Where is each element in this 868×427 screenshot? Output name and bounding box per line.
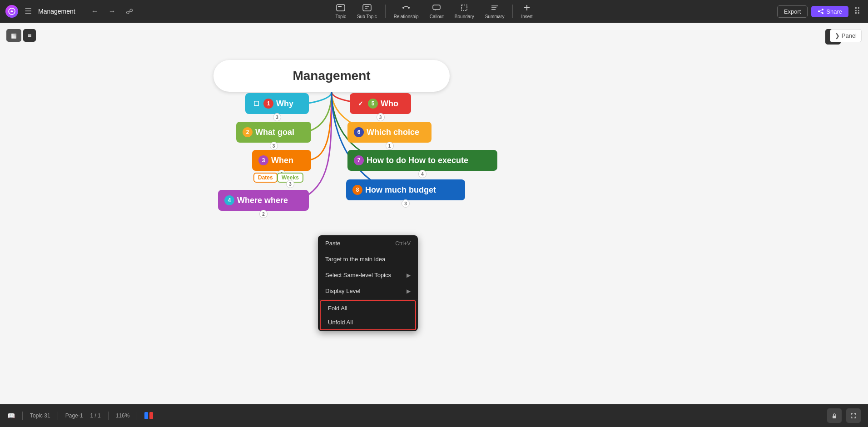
when-label: When [271,156,293,165]
which-child-count: 1 [386,142,394,150]
panel-toggle-label: Panel [842,32,857,39]
lock-icon [831,412,838,419]
toolbar-tools: Topic Sub Topic Relationship Callout Bo [331,2,537,21]
weeks-child-count: 3 [286,180,294,188]
topic-icon [336,4,345,13]
central-node-label: Management [293,69,370,83]
hamburger-button[interactable]: ☰ [23,5,34,18]
relationship-icon [402,4,411,13]
which-badge: 6 [354,127,364,137]
ctx-paste[interactable]: Paste Ctrl+V [318,235,418,251]
where-label: Where where [237,196,288,205]
grid-button[interactable]: ⠿ [852,4,863,19]
subtopic-label: Sub Topic [357,14,377,19]
ctx-paste-shortcut: Ctrl+V [395,240,411,247]
why-label: Why [276,99,293,109]
insert-icon [522,4,531,13]
node-what[interactable]: 2 What goal 3 [236,122,311,143]
who-label: Who [381,99,398,109]
app-logo [5,5,18,18]
svg-rect-3 [363,5,371,11]
node-when[interactable]: 3 When 3 [252,150,311,171]
ctx-display-level[interactable]: Display Level ▶ [318,283,418,299]
tool-summary[interactable]: Summary [481,2,509,21]
ctx-display-level-label: Display Level [325,288,360,294]
subtopic-icon [362,4,372,13]
ctx-same-level-arrow: ▶ [407,272,411,278]
tool-boundary[interactable]: Boundary [450,2,479,21]
fullscreen-icon [850,412,857,419]
why-child-count: 3 [273,113,281,121]
ctx-paste-label: Paste [325,240,340,247]
boundary-icon [460,4,469,13]
export-button[interactable]: Export [777,5,808,18]
tool-relationship[interactable]: Relationship [389,2,423,21]
tool-subtopic[interactable]: Sub Topic [352,2,382,21]
svg-point-7 [408,7,410,9]
lock-button[interactable] [827,408,842,423]
node-where[interactable]: 4 Where where 2 [218,190,309,211]
save-button[interactable]: ☍ [123,5,136,18]
page-info: 1 / 1 [90,412,100,419]
what-label: What goal [255,128,294,137]
grid-view-button[interactable]: ▦ [6,29,21,42]
status-divider4 [137,412,137,420]
node-budget[interactable]: 8 How much budget 3 [346,179,465,200]
ctx-unfold-all[interactable]: Unfold All [321,315,415,329]
undo-button[interactable]: ← [89,5,101,17]
node-why[interactable]: ☐ 1 Why 3 [245,93,309,114]
topic-count: Topic 31 [30,412,50,419]
ctx-display-level-arrow: ▶ [407,288,411,294]
status-divider3 [108,412,109,420]
fullscreen-button[interactable] [846,408,861,423]
where-child-count: 2 [259,210,268,218]
central-node[interactable]: Management [213,60,450,92]
topic-label: Topic [336,14,346,19]
where-badge: 4 [224,195,234,205]
share-button[interactable]: Share [811,6,848,17]
ctx-fold-all[interactable]: Fold All [321,301,415,315]
statusbar-right [827,408,861,423]
budget-badge: 8 [352,185,362,195]
tool-separator [385,5,386,18]
tool-callout[interactable]: Callout [425,2,448,21]
main-canvas[interactable]: ▦ ≡ ❯ Panel Management ☐ 1 [0,23,868,427]
book-button[interactable]: 📖 [7,412,15,419]
how-child-count: 4 [418,170,427,178]
node-which[interactable]: 6 Which choice 1 [347,122,432,143]
summary-icon [490,4,499,13]
tool-insert[interactable]: Insert [516,2,537,21]
what-badge: 2 [243,127,253,137]
panel-chevron-icon: ❯ [835,32,840,39]
zoom-level: 116% [116,412,130,419]
share-icon [818,8,824,15]
how-badge: 7 [354,155,364,165]
svg-rect-2 [338,6,342,7]
ctx-highlight-group: Fold All Unfold All [320,300,416,330]
who-child-count: 3 [377,113,385,121]
ctx-same-level-label: Select Same-level Topics [325,272,391,278]
svg-line-18 [819,11,823,13]
dates-label: Dates [258,174,273,181]
toolbar: ☰ Management ← → ☍ Topic Sub Topic Relat… [0,0,868,23]
status-divider2 [58,412,58,420]
panel-toggle-button[interactable]: ❯ Panel [830,29,862,42]
how-label: How to do How to execute [367,156,468,165]
svg-rect-1 [337,5,345,11]
tool-topic[interactable]: Topic [331,2,351,21]
why-icon: ☐ [252,99,261,108]
node-how[interactable]: 7 How to do How to execute 4 [347,150,497,171]
node-who[interactable]: ✓ 5 Who 3 [350,93,411,114]
ctx-target[interactable]: Target to the main idea [318,251,418,267]
ctx-divider [318,299,418,299]
relationship-label: Relationship [394,14,419,19]
ctx-same-level[interactable]: Select Same-level Topics ▶ [318,267,418,283]
statusbar: 📖 Topic 31 Page-1 1 / 1 116% [0,404,868,427]
svg-rect-21 [833,416,836,418]
multitrack-icon [144,412,153,419]
subnode-dates[interactable]: Dates [253,173,278,183]
subnode-weeks[interactable]: Weeks 3 [277,173,303,183]
list-view-button[interactable]: ≡ [23,29,36,42]
redo-button[interactable]: → [106,5,119,17]
when-badge: 3 [258,155,268,165]
